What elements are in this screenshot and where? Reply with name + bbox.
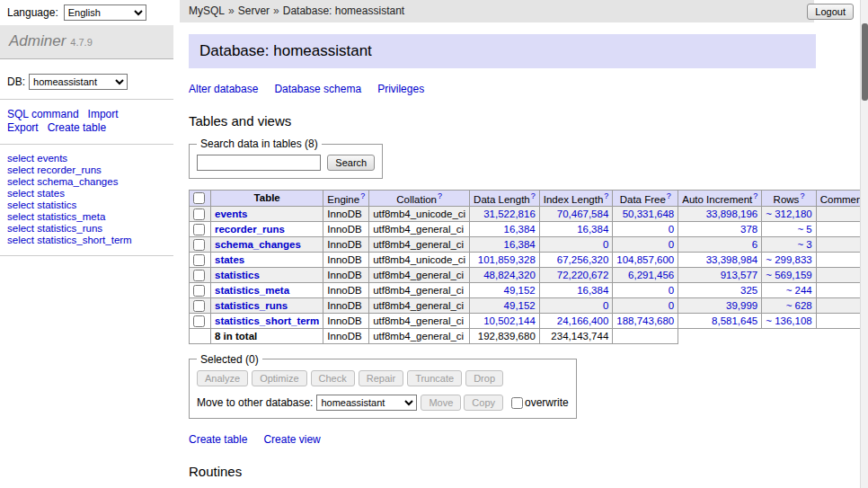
sidebar-table-link[interactable]: select statistics_short_term <box>7 235 166 246</box>
auto-increment-link[interactable]: 33,898,196 <box>706 209 758 219</box>
rows-link[interactable]: ~ 299,833 <box>766 254 811 265</box>
data-free-link[interactable]: 0 <box>669 300 674 311</box>
help-link[interactable]: ? <box>531 191 536 200</box>
data-length-link[interactable]: 49,152 <box>504 285 536 296</box>
row-checkbox[interactable] <box>193 209 205 220</box>
data-length-link[interactable]: 101,859,328 <box>478 254 536 265</box>
row-checkbox[interactable] <box>193 254 205 266</box>
sidebar-table-link[interactable]: select schema_changes <box>7 176 166 188</box>
create-table-link[interactable]: Create table <box>189 433 247 446</box>
data-free-link[interactable]: 104,857,600 <box>616 254 674 265</box>
row-check-cell <box>190 267 211 282</box>
data-free-link[interactable]: 0 <box>669 224 674 235</box>
breadcrumb-link-server[interactable]: Server <box>238 4 270 17</box>
help-link[interactable]: ? <box>753 191 757 200</box>
sidebar-link-sql-command[interactable]: SQL command <box>7 108 79 120</box>
app-version: 4.7.9 <box>70 37 92 48</box>
move-db-select[interactable]: homeassistant <box>316 395 417 411</box>
rows-link[interactable]: ~ 244 <box>786 285 812 296</box>
index-length-link[interactable]: 0 <box>603 300 608 311</box>
data-length-link[interactable]: 10,502,144 <box>483 315 536 326</box>
sidebar-table-link[interactable]: select events <box>7 153 166 164</box>
help-link[interactable]: ? <box>360 191 365 200</box>
auto-increment-link[interactable]: 39,999 <box>726 300 757 311</box>
index-length-link[interactable]: 70,467,584 <box>557 209 609 219</box>
data-free-link[interactable]: 0 <box>669 239 674 250</box>
language-select[interactable]: English <box>64 4 146 21</box>
index-length-link[interactable]: 72,220,672 <box>557 270 609 280</box>
table-name-link[interactable]: recorder_runs <box>215 224 285 235</box>
app-name[interactable]: Adminer <box>9 32 66 49</box>
table-name-link[interactable]: events <box>215 209 247 219</box>
scrollbar-thumb[interactable] <box>862 23 868 101</box>
sidebar-table-link[interactable]: select states <box>7 188 166 200</box>
column-header-collation: Collation? <box>369 191 470 207</box>
search-input[interactable] <box>197 155 321 171</box>
auto-increment-link[interactable]: 378 <box>740 224 757 235</box>
table-name-link[interactable]: statistics_runs <box>215 300 288 311</box>
table-row: statistics_short_term InnoDB utf8mb4_gen… <box>190 313 868 328</box>
index-length-link[interactable]: 67,256,320 <box>557 254 609 265</box>
collation-cell: utf8mb4_general_ci <box>369 297 470 313</box>
privileges-link[interactable]: Privileges <box>377 83 424 95</box>
index-length-link[interactable]: 16,384 <box>577 224 608 235</box>
index-length-link[interactable]: 16,384 <box>577 285 608 296</box>
data-length-link[interactable]: 48,824,320 <box>483 270 536 280</box>
table-name-link[interactable]: states <box>215 254 244 265</box>
sidebar-link-create-table[interactable]: Create table <box>48 121 106 134</box>
rows-link[interactable]: ~ 5 <box>797 224 811 235</box>
overwrite-checkbox[interactable] <box>511 397 523 409</box>
row-checkbox[interactable] <box>193 315 205 327</box>
sidebar-table-link[interactable]: select recorder_runs <box>7 164 166 176</box>
data-length-link[interactable]: 16,384 <box>504 239 536 250</box>
sidebar-table-link[interactable]: select statistics_runs <box>7 223 166 235</box>
auto-increment-link[interactable]: 33,398,984 <box>706 254 758 265</box>
auto-increment-link[interactable]: 325 <box>740 285 757 296</box>
index-length-link[interactable]: 0 <box>603 239 608 250</box>
row-checkbox[interactable] <box>193 300 205 312</box>
data-free-link[interactable]: 50,331,648 <box>623 209 675 219</box>
breadcrumb-link-mysql[interactable]: MySQL <box>189 4 225 17</box>
help-link[interactable]: ? <box>800 191 804 200</box>
row-checkbox[interactable] <box>193 224 205 235</box>
auto-increment-link[interactable]: 6 <box>752 239 757 250</box>
row-checkbox[interactable] <box>193 239 205 251</box>
rows-link[interactable]: ~ 569,159 <box>766 270 811 280</box>
rows-link[interactable]: ~ 3 <box>797 239 811 250</box>
data-length-link[interactable]: 49,152 <box>504 300 536 311</box>
help-link[interactable]: ? <box>604 191 608 200</box>
search-button[interactable]: Search <box>327 155 375 171</box>
data-length-cell: 31,522,816 <box>470 206 540 221</box>
vertical-scrollbar[interactable] <box>860 0 868 488</box>
sidebar-table-link[interactable]: select statistics_meta <box>7 211 166 223</box>
logout-button[interactable]: Logout <box>807 4 854 20</box>
alter-database-link[interactable]: Alter database <box>189 83 258 95</box>
table-name-link[interactable]: statistics_short_term <box>215 315 319 326</box>
table-name-link[interactable]: statistics_meta <box>215 285 289 296</box>
sidebar-link-export[interactable]: Export <box>7 121 39 134</box>
data-length-link[interactable]: 31,522,816 <box>483 209 536 219</box>
index-length-link[interactable]: 24,166,400 <box>557 315 609 326</box>
rows-link[interactable]: ~ 628 <box>786 300 812 311</box>
data-free-link[interactable]: 0 <box>669 285 674 296</box>
table-name-link[interactable]: statistics <box>215 270 260 280</box>
select-all-checkbox[interactable] <box>193 192 205 204</box>
data-length-link[interactable]: 16,384 <box>504 224 536 235</box>
help-link[interactable]: ? <box>667 191 671 200</box>
database-schema-link[interactable]: Database schema <box>274 83 361 95</box>
rows-link[interactable]: ~ 136,108 <box>766 315 811 326</box>
row-checkbox[interactable] <box>193 285 205 297</box>
help-link[interactable]: ? <box>438 191 442 200</box>
data-free-link[interactable]: 6,291,456 <box>628 270 674 280</box>
auto-increment-link[interactable]: 913,577 <box>721 270 758 280</box>
auto-increment-link[interactable]: 8,581,645 <box>712 315 757 326</box>
db-select[interactable]: homeassistant <box>29 74 128 90</box>
create-view-link[interactable]: Create view <box>263 433 320 446</box>
selected-buttons-row: AnalyzeOptimizeCheckRepairTruncateDrop <box>197 370 569 386</box>
data-free-link[interactable]: 188,743,680 <box>616 315 674 326</box>
sidebar-link-import[interactable]: Import <box>88 108 119 120</box>
sidebar-table-link[interactable]: select statistics <box>7 200 166 211</box>
row-checkbox[interactable] <box>193 270 205 281</box>
rows-link[interactable]: ~ 312,180 <box>766 209 811 219</box>
table-name-link[interactable]: schema_changes <box>215 239 301 250</box>
